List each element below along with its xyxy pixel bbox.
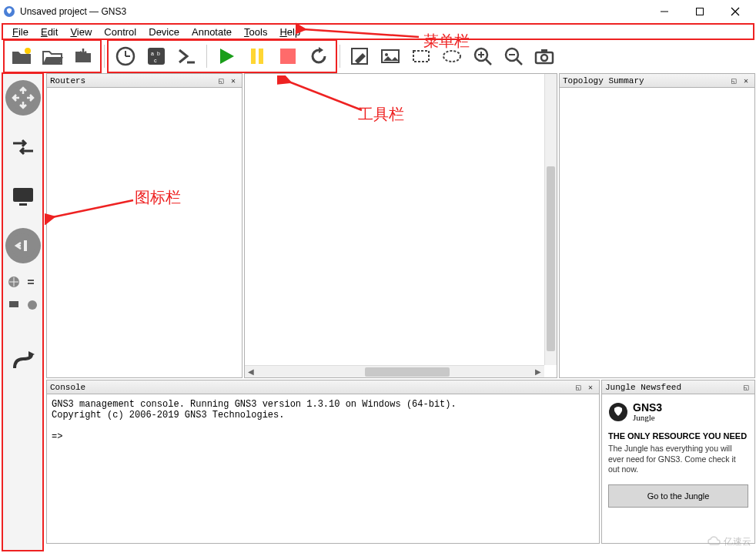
svg-rect-14 [251,49,256,64]
svg-rect-20 [413,51,429,62]
open-project-button[interactable] [38,42,66,70]
scroll-left-icon[interactable]: ◀ [245,367,257,376]
toolbar-separator [206,45,207,68]
switch-small-button[interactable] [25,274,40,290]
close-icon[interactable]: ✕ [228,75,239,86]
close-icon[interactable]: ✕ [585,382,596,393]
svg-text:b: b [157,51,160,56]
routers-panel: Routers ◱ ✕ [46,73,243,378]
top-row: Routers ◱ ✕ ◀▶ Topology Summary ◱ ✕ [45,72,756,379]
save-project-button[interactable] [69,42,97,70]
svg-line-23 [486,59,491,65]
svg-point-41 [28,300,37,310]
svg-point-5 [25,48,31,54]
canvas-body[interactable]: ◀▶ [245,74,557,377]
menu-tools[interactable]: Tools [238,25,273,39]
all-devices-small-button[interactable] [6,274,22,290]
scrollbar-thumb[interactable] [547,166,555,351]
scroll-right-icon[interactable]: ▶ [532,367,544,376]
menu-file[interactable]: File [6,25,35,39]
zoom-out-button[interactable] [500,42,527,70]
routers-panel-title: Routers [50,76,214,85]
host-small-button[interactable] [6,297,22,313]
console-panel-header[interactable]: Console ◱ ✕ [47,380,599,394]
menubar: File Edit View Control Device Annotate T… [2,23,754,40]
device-config-button[interactable]: abc [142,42,170,70]
menu-view[interactable]: View [64,25,98,39]
insert-image-button[interactable] [376,42,404,70]
close-icon[interactable]: ✕ [741,75,751,86]
switches-category-button[interactable] [5,129,41,165]
svg-rect-15 [259,49,263,64]
newsfeed-body: GNS3 Jungle THE ONLY RESOURCE YOU NEED T… [602,394,754,543]
window-controls [647,0,753,23]
undock-icon[interactable]: ◱ [216,75,226,86]
routers-panel-body[interactable] [47,88,242,377]
svg-point-19 [385,53,388,56]
draw-ellipse-button[interactable] [438,42,466,70]
svg-rect-2 [697,8,704,15]
routers-category-button[interactable] [5,80,41,116]
newsfeed-description: The Jungle has everything you will ever … [608,444,748,475]
center-column: Routers ◱ ✕ ◀▶ Topology Summary ◱ ✕ [45,72,756,553]
newsfeed-panel-title: Jungle Newsfeed [605,383,739,392]
svg-text:c: c [154,58,157,63]
undock-icon[interactable]: ◱ [728,75,739,86]
security-devices-category-button[interactable] [5,228,41,263]
newsfeed-panel-header[interactable]: Jungle Newsfeed ◱ [602,380,754,394]
titlebar: Unsaved project — GNS3 [0,0,756,23]
window-title: Unsaved project — GNS3 [20,6,647,17]
horizontal-scrollbar[interactable]: ◀▶ [245,365,544,377]
undock-icon[interactable]: ◱ [741,382,751,393]
topology-panel-body[interactable] [560,88,754,377]
clock-button[interactable] [112,42,139,70]
svg-rect-34 [19,203,27,206]
watermark: 亿速云 [707,535,751,548]
toolbar-separator [104,45,105,68]
svg-rect-16 [280,49,296,64]
add-note-button[interactable] [346,42,373,70]
end-devices-category-button[interactable] [5,179,41,214]
new-project-button[interactable] [8,42,35,70]
close-button[interactable] [718,0,753,23]
undock-icon[interactable]: ◱ [573,382,584,393]
vertical-scrollbar[interactable] [544,74,557,365]
scrollbar-thumb[interactable] [365,367,450,377]
console-button[interactable] [173,42,201,70]
reload-button[interactable] [305,42,333,70]
svg-line-27 [517,59,522,65]
topology-panel-title: Topology Summary [563,76,727,85]
svg-point-21 [443,51,460,62]
screenshot-button[interactable] [530,42,558,70]
newsfeed-cta-button[interactable]: Go to the Jungle [608,484,748,508]
topology-panel-header[interactable]: Topology Summary ◱ ✕ [560,74,754,88]
security-small-button[interactable] [25,297,40,313]
play-button[interactable] [212,42,240,70]
menu-edit[interactable]: Edit [35,25,64,39]
console-output[interactable]: GNS3 management console. Running GNS3 ve… [47,394,599,543]
minimize-button[interactable] [647,0,682,23]
toolbar-separator [340,45,340,68]
menu-help[interactable]: Help [273,25,306,39]
svg-text:a: a [151,51,154,56]
pause-button[interactable] [243,42,271,70]
routers-panel-header[interactable]: Routers ◱ ✕ [47,74,242,88]
zoom-in-button[interactable] [469,42,497,70]
draw-rectangle-button[interactable] [407,42,435,70]
newsfeed-logo: GNS3 Jungle [608,402,748,422]
menu-device[interactable]: Device [142,25,186,39]
console-panel-title: Console [50,383,571,392]
add-link-button[interactable] [5,344,41,379]
toolbar: abc [0,40,756,72]
toolbar-run-group: abc [107,39,337,73]
svg-rect-36 [24,240,27,251]
newsfeed-headline: THE ONLY RESOURCE YOU NEED [608,431,748,441]
toolbar-annotate-group [343,41,561,72]
menu-control[interactable]: Control [98,25,142,39]
menu-annotate[interactable]: Annotate [186,25,238,39]
maximize-button[interactable] [682,0,718,23]
app-icon [3,5,15,18]
stop-button[interactable] [274,42,302,70]
console-panel: Console ◱ ✕ GNS3 management console. Run… [46,380,600,544]
svg-point-31 [541,55,547,61]
